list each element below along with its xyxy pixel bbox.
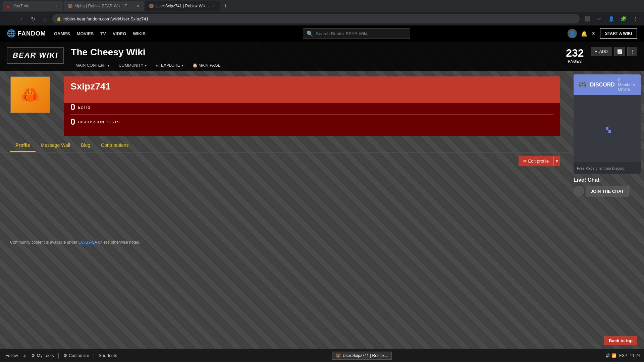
user-avatar-nav[interactable]: 👤: [568, 29, 577, 38]
shortcuts-button[interactable]: Shortcuts: [99, 353, 117, 358]
more-options-button[interactable]: ⋮: [627, 47, 637, 56]
discord-dot-2: [608, 130, 611, 133]
discord-widget: 🎮 DISCORD 0 Members Online Free Voice ch…: [574, 74, 641, 174]
taskbar-task-item[interactable]: 🐻 User:Sxipz741 | Roblox...: [332, 352, 392, 360]
edit-profile-row: ✏ Edit profile ▾: [0, 153, 570, 170]
tab-title-youtube: YouTube: [13, 4, 52, 8]
taskbar-separator-1: ▲: [22, 353, 28, 359]
search-icon: 🔍: [307, 31, 313, 37]
fandom-right-actions: 👤 🔔 ✉ START A WIKI: [568, 28, 637, 39]
profile-username: Sxipz741: [70, 81, 553, 92]
tab-profile[interactable]: Profile: [10, 139, 36, 152]
new-tab-button[interactable]: +: [221, 1, 230, 11]
wiki-nav-main-content[interactable]: MAIN CONTENT ▾: [71, 60, 114, 71]
fandom-logo: 🌐 FANDOM: [7, 29, 46, 38]
wiki-nav-tabs: MAIN CONTENT ▾ COMMUNITY ▾ 🏷 EXPLORE ▾ 🏠…: [71, 60, 559, 71]
fandom-search: 🔍: [154, 28, 559, 39]
profile-banner-content: Sxipz741 0 EDITS 0 DISCUSSION POSTS: [64, 76, 560, 136]
browser-tab-user[interactable]: 🐻 User:Sxipz741 | Roblox Wik... ✕: [145, 1, 220, 11]
notifications-bell-icon[interactable]: 🔔: [581, 31, 588, 37]
discord-members-count: 0 Members Online: [618, 78, 636, 92]
fandom-search-bar[interactable]: 🔍: [303, 28, 410, 39]
community-note: Community content is available under CC-…: [0, 237, 570, 248]
back-to-top-button[interactable]: Back to top: [604, 336, 637, 345]
tab-contributions[interactable]: Contributions: [96, 139, 134, 152]
discussion-stat: 0 DISCUSSION POSTS: [70, 117, 553, 132]
menu-icon[interactable]: ⋮: [631, 14, 640, 23]
taskbar-separator-2: |: [58, 353, 59, 359]
wiki-pages-count: 232 PAGES: [566, 47, 584, 63]
add-icon: +: [595, 49, 597, 54]
nav-link-games[interactable]: GAMES: [54, 31, 70, 36]
wiki-wrapper: BEAR WIKI The Cheesy Wiki MAIN CONTENT ▾…: [0, 42, 644, 362]
join-chat-button[interactable]: JOIN THE CHAT: [586, 186, 629, 196]
nav-link-wikis[interactable]: WIKIS: [133, 31, 146, 36]
cast-icon[interactable]: ⬛: [582, 14, 592, 23]
wiki-header: BEAR WIKI The Cheesy Wiki MAIN CONTENT ▾…: [0, 42, 644, 71]
nav-link-tv[interactable]: TV: [100, 31, 106, 36]
wiki-title: The Cheesy Wiki: [71, 47, 559, 58]
home-button[interactable]: ⌂: [40, 14, 50, 23]
my-tools-button[interactable]: ⚙ My Tools: [31, 353, 54, 358]
edits-count: 0: [70, 102, 75, 112]
back-button[interactable]: ←: [4, 14, 13, 23]
fandom-search-input[interactable]: [316, 31, 407, 36]
start-wiki-button[interactable]: START A WIKI: [600, 28, 637, 39]
discord-footer-text: Free Voice chat from Discord: [577, 166, 625, 170]
browser-tabs: ▶ YouTube ✕ 🐻 Alpha | Roblox BEAR Wiki |…: [0, 0, 644, 12]
edit-profile-dropdown[interactable]: ▾: [553, 156, 560, 166]
profile-tabs: Profile Message Wall Blog Contributions: [0, 136, 570, 153]
wiki-nav-explore[interactable]: 🏷 EXPLORE ▾: [151, 60, 188, 71]
discussion-count: 0: [70, 117, 75, 127]
fandom-navigation: 🌐 FANDOM GAMES MOVIES TV VIDEO WIKIS 🔍 👤…: [0, 25, 644, 42]
browser-tab-alpha[interactable]: 🐻 Alpha | Roblox BEAR Wiki | Fand... ✕: [64, 1, 144, 11]
browser-tab-youtube[interactable]: ▶ YouTube ✕: [3, 1, 63, 11]
user-favicon: 🐻: [149, 4, 154, 8]
wiki-header-actions: + ADD 📈 ⋮: [591, 47, 637, 56]
profile-icon[interactable]: 👤: [606, 14, 616, 23]
add-button[interactable]: + ADD: [591, 47, 612, 56]
taskbar-time: 11:24: [630, 353, 640, 358]
discord-footer: Free Voice chat from Discord: [574, 162, 641, 174]
bookmark-icon[interactable]: ☆: [594, 14, 604, 23]
fandom-logo-text: FANDOM: [18, 30, 46, 37]
mail-icon[interactable]: ✉: [592, 31, 596, 36]
cc-by-sa-link[interactable]: CC-BY-SA: [78, 240, 97, 245]
follow-button[interactable]: Follow: [5, 353, 18, 358]
taskbar-right: 🔊 📶 ESP 11:24: [601, 353, 644, 358]
tab-message-wall[interactable]: Message Wall: [36, 139, 75, 152]
page-background: 🌐 FANDOM GAMES MOVIES TV VIDEO WIKIS 🔍 👤…: [0, 25, 644, 362]
wiki-nav-main-page[interactable]: 🏠 MAIN PAGE: [188, 60, 225, 71]
tab-close-youtube[interactable]: ✕: [54, 3, 59, 9]
wiki-sidebar: 🎮 DISCORD 0 Members Online Free Voice ch…: [570, 71, 644, 362]
address-bar[interactable]: 🔒 roblox-bear.fandom.com/wiki/User:Sxipz…: [52, 14, 580, 23]
profile-banner: Sxipz741 0 EDITS 0 DISCUSSION POSTS: [64, 76, 560, 136]
wiki-main-content: 🦀 Sxipz741 0 EDITS 0: [0, 71, 570, 362]
tab-title-user: User:Sxipz741 | Roblox Wik...: [156, 4, 209, 8]
extensions-icon[interactable]: 🧩: [619, 14, 628, 23]
tab-title-alpha: Alpha | Roblox BEAR Wiki | Fand...: [74, 4, 133, 8]
browser-toolbar: ← → ↻ ⌂ 🔒 roblox-bear.fandom.com/wiki/Us…: [0, 12, 644, 25]
nav-link-movies[interactable]: MOVIES: [77, 31, 94, 36]
tab-blog[interactable]: Blog: [75, 139, 96, 152]
nav-link-video[interactable]: VIDEO: [113, 31, 126, 36]
forward-button[interactable]: →: [16, 14, 25, 23]
tab-close-alpha[interactable]: ✕: [135, 3, 140, 9]
task-icon: 🐻: [336, 353, 341, 358]
wiki-nav-community[interactable]: COMMUNITY ▾: [114, 60, 151, 71]
avatar-image: 🦀: [11, 77, 50, 113]
discord-title: DISCORD: [590, 82, 615, 88]
fandom-nav-links: GAMES MOVIES TV VIDEO WIKIS: [54, 31, 146, 36]
lock-icon: 🔒: [56, 16, 61, 21]
profile-content-area: [0, 170, 570, 237]
trending-button[interactable]: 📈: [614, 47, 625, 56]
browser-chrome: ▶ YouTube ✕ 🐻 Alpha | Roblox BEAR Wiki |…: [0, 0, 644, 25]
refresh-button[interactable]: ↻: [28, 14, 38, 23]
taskbar-system-icons: 🔊 📶: [605, 353, 616, 358]
pages-number: 232: [566, 47, 584, 59]
url-text: roblox-bear.fandom.com/wiki/User:Sxipz74…: [63, 16, 149, 21]
live-chat-title: Live! Chat: [574, 177, 641, 183]
edit-profile-button[interactable]: ✏ Edit profile: [519, 156, 553, 166]
tab-close-user[interactable]: ✕: [211, 3, 216, 9]
customize-button[interactable]: ⚙ Customize: [63, 353, 89, 358]
